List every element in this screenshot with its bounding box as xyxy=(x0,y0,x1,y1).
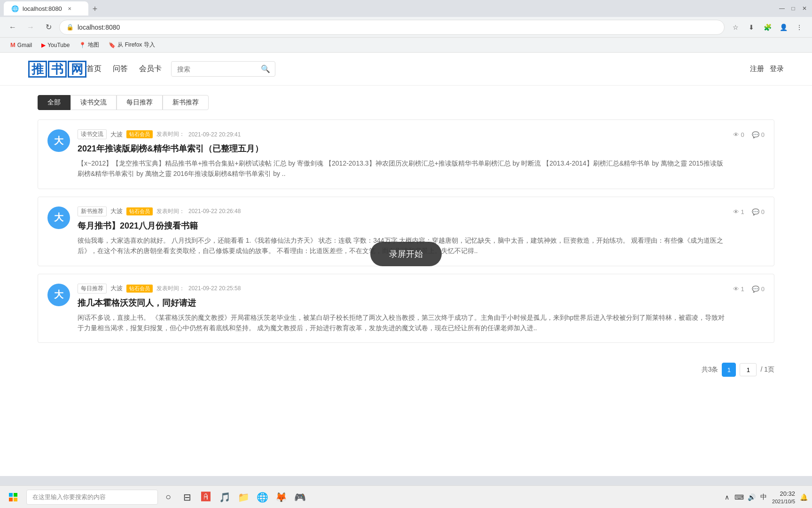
minimize-button[interactable]: — xyxy=(778,5,786,12)
post-time-3: 2021-09-22 20:25:58 xyxy=(188,285,241,292)
filter-section: 全部 读书交流 每日推荐 新书推荐 xyxy=(0,86,812,115)
diamond-badge-1: 钻石会员 xyxy=(126,130,153,138)
bookmark-gmail[interactable]: M Gmail xyxy=(7,40,36,50)
taskbar-notification-icon[interactable]: 🔔 xyxy=(799,493,808,501)
pagination: 共3条 1 / 1页 xyxy=(0,355,812,384)
download-icon[interactable]: ⬇ xyxy=(744,20,758,34)
post-time-label-3: 发表时间： xyxy=(156,285,185,293)
post-excerpt-1: 【x~2012】【龙空推书宝典】精品推书单+推书合集贴+刷榜试读帖 汇总 by … xyxy=(78,158,726,179)
site-header: 推 书 网 首页 问答 会员卡 🔍 注册 登录 xyxy=(0,53,812,86)
post-time-1: 2021-09-22 20:29:41 xyxy=(188,131,241,138)
bookmark-youtube[interactable]: ▶ YouTube xyxy=(38,40,73,50)
taskbar-app1[interactable]: 🅰 xyxy=(197,489,214,506)
taskbar-volume-icon[interactable]: 🔊 xyxy=(747,493,756,501)
post-category-3: 每日推荐 xyxy=(78,284,107,294)
comments-1: 💬 0 xyxy=(752,131,765,138)
active-tab[interactable]: 🌐 localhost:8080 ✕ xyxy=(4,1,88,16)
taskbar-edge[interactable]: 🌐 xyxy=(254,489,271,506)
post-stats-3: 👁 1 💬 0 xyxy=(733,284,765,333)
taskbar-search[interactable]: 在这里输入你要搜索的内容 xyxy=(26,490,158,505)
post-author-1: 大波 xyxy=(110,130,123,139)
post-excerpt-3: 闲话不多说，直接上书。 《某霍格沃茨的魔文教授》开局霍格沃茨老毕业生，被某白胡子… xyxy=(78,312,726,333)
reload-button[interactable]: ↻ xyxy=(41,20,55,34)
menu-icon[interactable]: ⋮ xyxy=(792,20,806,34)
post-author-2: 大波 xyxy=(110,207,123,215)
search-button[interactable]: 🔍 xyxy=(256,62,275,76)
clock-time: 20:32 xyxy=(772,490,795,498)
post-meta-3: 每日推荐 大波 钻石会员 发表时间： 2021-09-22 20:25:58 xyxy=(78,284,726,294)
filter-tab-reading[interactable]: 读书交流 xyxy=(70,95,117,110)
diamond-badge-2: 钻石会员 xyxy=(126,207,153,215)
bookmarks-bar: M Gmail ▶ YouTube 📍 地图 🔖 从 Firefox 导入 xyxy=(0,38,812,53)
post-body-1: 读书交流 大波 钻石会员 发表时间： 2021-09-22 20:29:41 2… xyxy=(78,129,726,179)
taskbar-keyboard-icon[interactable]: ⌨ xyxy=(734,493,744,501)
filter-tab-new[interactable]: 新书推荐 xyxy=(163,95,209,110)
taskbar: 在这里输入你要搜索的内容 ○ ⊟ 🅰 🎵 📁 🌐 🦊 🎮 ∧ ⌨ 🔊 中 20:… xyxy=(0,485,812,508)
close-button[interactable]: ✕ xyxy=(801,5,808,12)
login-button[interactable]: 登录 xyxy=(770,64,784,73)
profile-icon[interactable]: 👤 xyxy=(776,20,790,34)
youtube-icon: ▶ xyxy=(41,42,46,48)
post-category-2: 新书推荐 xyxy=(78,206,107,216)
post-meta-1: 读书交流 大波 钻石会员 发表时间： 2021-09-22 20:29:41 xyxy=(78,129,726,139)
post-time-label-2: 发表时间： xyxy=(156,207,185,215)
tab-close-button[interactable]: ✕ xyxy=(66,5,73,12)
post-stats-1: 👁 0 💬 0 xyxy=(733,129,765,179)
taskbar-app3[interactable]: 🎮 xyxy=(291,489,308,506)
register-button[interactable]: 注册 xyxy=(750,64,764,73)
filter-tab-daily[interactable]: 每日推荐 xyxy=(117,95,163,110)
bookmark-maps-label: 地图 xyxy=(88,41,99,49)
site-logo[interactable]: 推 书 网 xyxy=(28,61,86,78)
start-button[interactable] xyxy=(4,488,23,507)
comment-icon-3: 💬 xyxy=(752,286,759,293)
page-btn-1[interactable]: 1 xyxy=(722,363,736,377)
tab-favicon: 🌐 xyxy=(11,5,19,12)
taskbar-task-view[interactable]: ⊟ xyxy=(179,489,195,506)
back-button[interactable]: ← xyxy=(6,20,20,34)
post-title-2[interactable]: 每月推书】2021八月份搜看书籍 xyxy=(78,220,726,231)
bookmark-icon[interactable]: ☆ xyxy=(728,20,742,34)
avatar-1: 大 xyxy=(47,129,70,152)
site-nav: 首页 问答 会员卡 xyxy=(86,64,162,74)
svg-rect-2 xyxy=(9,498,13,501)
recording-button[interactable]: 录屏开始 xyxy=(370,242,442,266)
post-title-1[interactable]: 2021年推读版刷榜&精华书单索引（已整理五月） xyxy=(78,143,726,154)
address-bar[interactable]: 🔒 localhost:8080 xyxy=(59,20,725,35)
likes-3: 👁 1 xyxy=(733,286,744,293)
bookmark-youtube-label: YouTube xyxy=(47,42,70,48)
taskbar-app2[interactable]: 🎵 xyxy=(216,489,233,506)
post-time-2: 2021-09-22 20:26:48 xyxy=(188,208,241,214)
new-tab-button[interactable]: + xyxy=(88,2,102,16)
nav-home[interactable]: 首页 xyxy=(86,64,102,74)
forward-button[interactable]: → xyxy=(23,20,38,34)
nav-membership[interactable]: 会员卡 xyxy=(139,64,162,74)
svg-rect-1 xyxy=(14,493,17,497)
bookmark-firefox-import[interactable]: 🔖 从 Firefox 导入 xyxy=(105,40,158,50)
post-card-3: 大 每日推荐 大波 钻石会员 发表时间： 2021-09-22 20:25:58… xyxy=(38,274,774,343)
page-total: 共3条 xyxy=(702,365,718,374)
taskbar-clock[interactable]: 20:32 2021/10/5 xyxy=(772,490,795,504)
taskbar-search-text: 在这里输入你要搜索的内容 xyxy=(32,493,106,501)
taskbar-lang-icon[interactable]: 中 xyxy=(759,493,768,501)
bookmark-firefox-label: 从 Firefox 导入 xyxy=(117,41,155,49)
filter-tab-all[interactable]: 全部 xyxy=(38,95,70,110)
post-title-3[interactable]: 推几本霍格沃茨同人，同好请进 xyxy=(78,297,726,309)
taskbar-firefox[interactable]: 🦊 xyxy=(273,489,289,506)
comment-icon-2: 💬 xyxy=(752,208,759,215)
bookmark-maps[interactable]: 📍 地图 xyxy=(75,40,103,50)
filter-tabs: 全部 读书交流 每日推荐 新书推荐 xyxy=(38,95,774,110)
svg-rect-3 xyxy=(14,498,17,501)
comment-icon-1: 💬 xyxy=(752,131,759,138)
search-input[interactable] xyxy=(172,63,256,76)
taskbar-cortana[interactable]: ○ xyxy=(160,489,177,506)
search-box: 🔍 xyxy=(171,61,275,77)
page-input[interactable] xyxy=(740,363,757,376)
maximize-button[interactable]: □ xyxy=(789,5,797,12)
nav-qa[interactable]: 问答 xyxy=(113,64,128,74)
taskbar-chevron-icon[interactable]: ∧ xyxy=(722,493,732,501)
logo-char-3: 网 xyxy=(68,61,86,78)
address-text: localhost:8080 xyxy=(78,24,120,31)
taskbar-files[interactable]: 📁 xyxy=(235,489,252,506)
extensions-icon[interactable]: 🧩 xyxy=(760,20,774,34)
logo-char-2: 书 xyxy=(48,61,67,78)
